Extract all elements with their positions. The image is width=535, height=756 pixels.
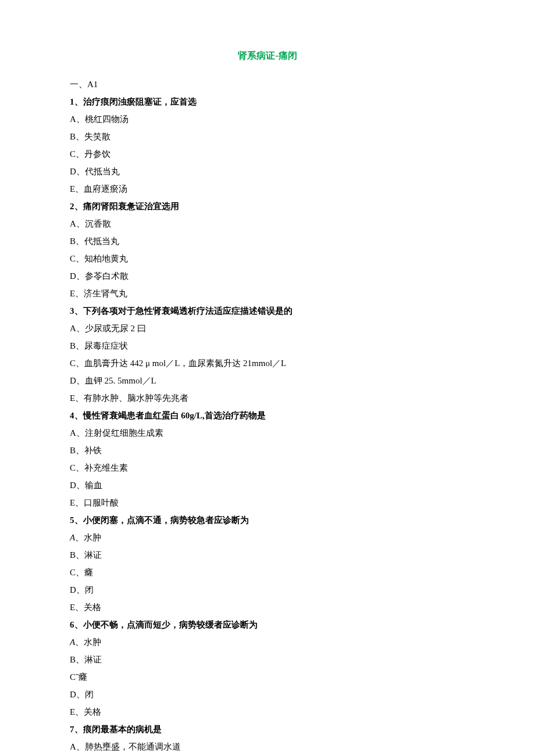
question-stem: 7、痕闭最基本的病机是 xyxy=(70,721,465,738)
option: A、沉香散 xyxy=(70,215,465,232)
option: C、补充维生素 xyxy=(70,459,465,476)
question-stem: 1、治疗痕闭浊瘀阻塞证，应首选 xyxy=(70,93,465,110)
option: E、关格 xyxy=(70,703,465,721)
option: A、水肿 xyxy=(70,633,465,651)
option: E、有肺水肿、脑水肿等先兆者 xyxy=(70,389,465,407)
option: D、血钾 25. 5mmol／L xyxy=(70,372,465,389)
option: D、闭 xyxy=(70,686,465,703)
option: C、癃 xyxy=(70,564,465,581)
option-text: 水肿 xyxy=(84,637,101,647)
option: C、丹参饮 xyxy=(70,145,465,163)
option: A、肺热壅盛，不能通调水道 xyxy=(70,738,465,755)
option: B、尿毒症症状 xyxy=(70,337,465,354)
option: B、失笑散 xyxy=(70,128,465,145)
option: A、水肿 xyxy=(70,529,465,546)
question-stem: 6、小便不畅，点滴而短少，病势较缓者应诊断为 xyxy=(70,616,465,633)
option: A、少尿或无尿 2 曰 xyxy=(70,320,465,337)
option: Cˆ癃 xyxy=(70,668,465,686)
option: B、代抵当丸 xyxy=(70,232,465,250)
option: E、济生肾气丸 xyxy=(70,285,465,302)
option: B、补铁 xyxy=(70,442,465,459)
option-sep: 、 xyxy=(75,533,84,542)
option: D、代抵当丸 xyxy=(70,163,465,180)
option: D、输血 xyxy=(70,476,465,494)
option: A、桃红四物汤 xyxy=(70,110,465,128)
section-label: 一、A1 xyxy=(70,76,465,93)
option: D、参苓白术散 xyxy=(70,267,465,285)
option: B、淋证 xyxy=(70,546,465,564)
option: E、关格 xyxy=(70,599,465,616)
question-stem: 2、痛闭肾阳衰惫证治宜选用 xyxy=(70,198,465,215)
option: E、口服叶酸 xyxy=(70,494,465,511)
option: C、知柏地黄丸 xyxy=(70,250,465,267)
option: C、血肌膏升达 442 μ mol／L，血尿素氮升达 21mmol／L xyxy=(70,354,465,372)
document-page: 肾系病证-痛闭 一、A1 1、治疗痕闭浊瘀阻塞证，应首选 A、桃红四物汤 B、失… xyxy=(0,0,535,756)
option: D、闭 xyxy=(70,581,465,599)
question-stem: 3、下列各项对于急性肾衰竭透析疗法适应症描述错误是的 xyxy=(70,302,465,320)
option-sep: 、 xyxy=(75,637,84,647)
option-letter: A xyxy=(70,637,75,647)
option: A、注射促红细胞生成素 xyxy=(70,424,465,442)
option-text: 水肿 xyxy=(84,533,101,542)
option-letter: A xyxy=(70,533,75,542)
document-title: 肾系病证-痛闭 xyxy=(70,46,465,65)
option: E、血府逐瘀汤 xyxy=(70,180,465,198)
question-stem: 4、慢性肾衰竭患者血红蛋白 60g/L,首选治疗药物是 xyxy=(70,407,465,424)
option: B、淋证 xyxy=(70,651,465,668)
question-stem: 5、小便闭塞，点滴不通，病势较急者应诊断为 xyxy=(70,511,465,529)
